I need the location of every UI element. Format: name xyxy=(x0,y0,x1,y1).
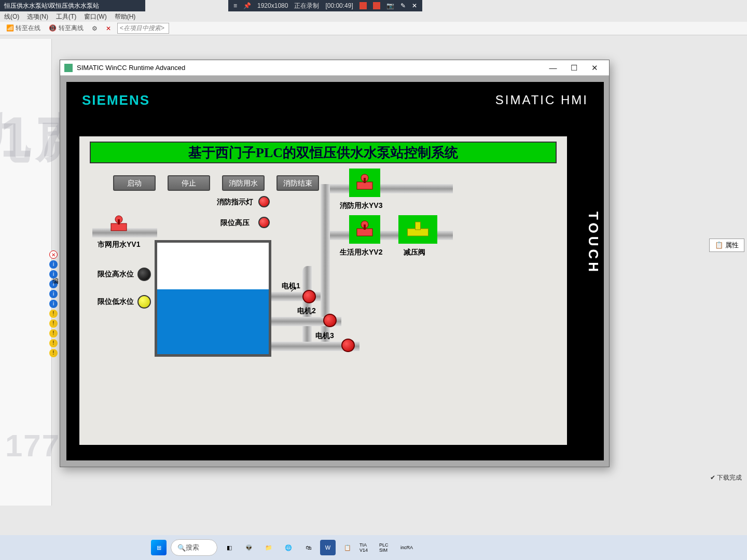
motor2-label: 电机2 xyxy=(297,306,316,316)
fire-end-button[interactable]: 消防结束 xyxy=(276,175,319,191)
yv3-label: 消防用水YV3 xyxy=(340,201,382,211)
water-tank xyxy=(155,240,271,357)
menu-window[interactable]: 窗口(W) xyxy=(84,12,106,21)
project-search-input[interactable]: <在项目中搜索> xyxy=(117,23,169,34)
hp-limit-lamp xyxy=(258,217,270,228)
prv-box xyxy=(398,215,437,244)
error-icon: ✕ xyxy=(49,250,58,259)
hi-level-label: 限位高水位 xyxy=(98,270,134,279)
prv-label: 减压阀 xyxy=(404,248,425,257)
store-icon[interactable]: 🛍 xyxy=(300,540,316,555)
hmi-title-text: 基于西门子PLC的双恒压供水水泵站控制系统 xyxy=(188,144,458,162)
lo-level-label: 限位低水位 xyxy=(98,297,134,306)
menu-online[interactable]: 线(O) xyxy=(4,12,19,21)
tia-icon[interactable]: TIA V14 xyxy=(359,540,375,555)
message-icons: ✕ i i i i i ! ! ! ! ! xyxy=(49,249,60,359)
stop-button[interactable]: 停止 xyxy=(168,175,210,191)
info-icon: i xyxy=(49,270,58,278)
download-status: ✔ 下载完成 xyxy=(710,473,742,482)
properties-tab[interactable]: 📋 属性 xyxy=(709,239,744,252)
pin-icon[interactable]: 📌 xyxy=(243,2,251,9)
yv1-label: 市网用水YV1 xyxy=(98,240,140,249)
hi-level-lamp xyxy=(137,268,151,281)
go-online-button[interactable]: 📶 转至在线 xyxy=(4,23,43,34)
info-icon: i xyxy=(49,260,58,269)
valve-yv1-icon xyxy=(108,214,130,235)
warning-icon: ! xyxy=(49,319,58,328)
runtime-titlebar: SIMATIC WinCC Runtime Advanced — ☐ ✕ xyxy=(60,60,609,76)
motor3-lamp xyxy=(341,339,355,352)
toolbar-icon[interactable]: ⚙ xyxy=(90,24,100,33)
windows-taskbar[interactable]: ⊞ 🔍 搜索 ◧ 👽 📁 🌐 🛍 W 📋 TIA V14 PLC SIM inc… xyxy=(0,535,747,560)
word-icon[interactable]: W xyxy=(320,540,336,555)
info-icon: i xyxy=(49,280,58,288)
edit-button[interactable]: ✎ xyxy=(400,2,406,9)
hmi-title-bar: 基于西门子PLC的双恒压供水水泵站控制系统 xyxy=(90,142,557,163)
siemens-logo: SIEMENS xyxy=(82,92,150,108)
rec-time: [00:00:49] xyxy=(325,2,353,9)
toolbar-close-icon[interactable]: ✕ xyxy=(104,24,113,33)
screenshot-button[interactable]: 📷 xyxy=(386,2,394,9)
app-icon[interactable]: 👽 xyxy=(241,540,257,555)
fire-lamp xyxy=(258,196,270,207)
svg-rect-2 xyxy=(118,219,120,225)
maximize-button[interactable]: ☐ xyxy=(563,63,584,73)
explorer-icon[interactable]: 📁 xyxy=(261,540,276,555)
motor1-label: 电机1 xyxy=(282,282,300,291)
svg-rect-6 xyxy=(357,229,372,236)
tia-toolbar: 📶 转至在线 📵 转至离线 ⚙ ✕ <在项目中搜索> xyxy=(0,22,747,35)
svg-rect-8 xyxy=(364,225,366,230)
runtime-app-icon xyxy=(64,64,73,72)
svg-rect-5 xyxy=(364,178,366,183)
rec-resolution: 1920x1080 xyxy=(257,2,288,9)
info-icon: i xyxy=(49,300,58,308)
plcsim-icon[interactable]: PLC SIM xyxy=(379,540,395,555)
motor1-lamp xyxy=(302,290,316,303)
yv2-label: 生活用水YV2 xyxy=(340,248,382,257)
hmi-header: SIEMENS SIMATIC HMI xyxy=(82,90,588,110)
info-icon: i xyxy=(49,290,58,298)
pipe xyxy=(328,184,453,193)
prv-icon xyxy=(404,219,432,240)
svg-rect-0 xyxy=(111,223,127,231)
fire-water-button[interactable]: 消防用水 xyxy=(222,175,265,191)
menu-help[interactable]: 帮助(H) xyxy=(115,12,136,21)
svg-rect-3 xyxy=(357,182,372,189)
svg-rect-10 xyxy=(416,222,421,230)
rec-status: 正在录制 xyxy=(294,2,319,10)
start-button[interactable]: 启动 xyxy=(113,175,156,191)
minimize-button[interactable]: — xyxy=(543,63,563,72)
menu-tools[interactable]: 工具(T) xyxy=(56,12,76,21)
hp-limit-label: 限位高压 xyxy=(220,218,250,228)
warning-icon: ! xyxy=(49,349,58,357)
taskbar-search[interactable]: 🔍 搜索 xyxy=(171,539,217,556)
edge-icon[interactable]: 🌐 xyxy=(281,540,296,555)
tia-left-panel xyxy=(0,39,52,506)
runtime-title: SIMATIC WinCC Runtime Advanced xyxy=(77,64,543,72)
close-button[interactable]: ✕ xyxy=(584,63,605,73)
valve-yv2-icon xyxy=(354,219,376,240)
tia-window-title: 恒压供水水泵站\双恒压供水水泵站 xyxy=(0,0,145,11)
hmi-panel-frame: SIEMENS SIMATIC HMI TOUCH 基于西门子PLC的双恒压供水… xyxy=(66,82,604,460)
warning-icon: ! xyxy=(49,329,58,338)
close-button[interactable]: ✕ xyxy=(412,2,417,9)
touch-label: TOUCH xyxy=(585,212,601,275)
warning-icon: ! xyxy=(49,310,58,318)
fire-lamp-label: 消防指示灯 xyxy=(217,198,253,207)
tia-menubar[interactable]: 线(O) 选项(N) 工具(T) 窗口(W) 帮助(H) xyxy=(0,11,140,22)
hmi-screen: 基于西门子PLC的双恒压供水水泵站控制系统 启动 停止 消防用水 消防结束 消防… xyxy=(79,136,567,445)
incra-icon[interactable]: incRA xyxy=(399,540,414,555)
menu-options[interactable]: 选项(N) xyxy=(27,12,48,21)
menu-icon[interactable]: ≡ xyxy=(233,2,237,9)
go-offline-button[interactable]: 📵 转至离线 xyxy=(47,23,85,34)
warning-icon: ! xyxy=(49,339,58,347)
start-button[interactable]: ⊞ xyxy=(151,540,167,555)
stop-button[interactable] xyxy=(373,2,380,9)
taskview-icon[interactable]: ◧ xyxy=(222,540,237,555)
valve-yv3-box xyxy=(349,169,380,197)
app-icon[interactable]: 📋 xyxy=(340,540,355,555)
motor3-label: 电机3 xyxy=(315,331,334,341)
valve-yv2-box xyxy=(349,215,380,244)
tank-water-level xyxy=(157,289,269,354)
pause-button[interactable] xyxy=(359,2,367,9)
